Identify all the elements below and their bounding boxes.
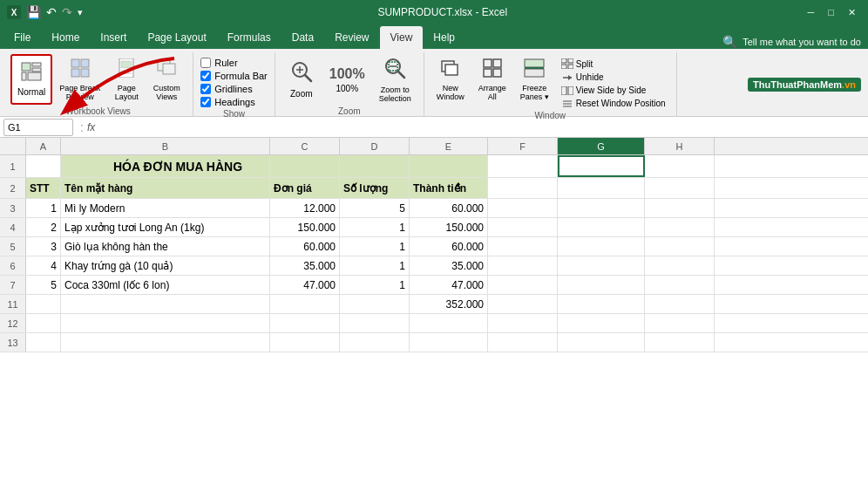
unhide-button[interactable]: Unhide <box>558 72 669 83</box>
cell-a6[interactable]: 4 <box>26 256 61 275</box>
cell-a13[interactable] <box>26 333 61 352</box>
cell-h6[interactable] <box>645 256 715 275</box>
cell-e4[interactable]: 150.000 <box>410 218 488 236</box>
cell-d11[interactable] <box>340 295 410 313</box>
tab-view[interactable]: View <box>380 26 424 49</box>
cell-b5[interactable]: Giò lụa không hàn the <box>61 237 270 256</box>
cell-b4[interactable]: Lạp xưởng tươi Long An (1kg) <box>61 218 270 236</box>
cell-e12[interactable] <box>410 314 488 332</box>
cell-c5[interactable]: 60.000 <box>270 237 340 256</box>
cell-f3[interactable] <box>488 199 558 217</box>
search-label[interactable]: Tell me what you want to do <box>743 37 861 47</box>
cell-c3[interactable]: 12.000 <box>270 199 340 217</box>
formula-input[interactable] <box>98 122 865 133</box>
headings-checkbox[interactable] <box>200 97 211 107</box>
cell-f13[interactable] <box>488 333 558 352</box>
cell-c2[interactable]: Đơn giá <box>270 178 340 198</box>
cell-f4[interactable] <box>488 218 558 236</box>
cell-e7[interactable]: 47.000 <box>410 276 488 294</box>
cell-h7[interactable] <box>645 276 715 294</box>
cell-b7[interactable]: Coca 330ml (lốc 6 lon) <box>61 276 270 294</box>
tab-insert[interactable]: Insert <box>90 26 137 49</box>
cell-b6[interactable]: Khay trứng gà (10 quả) <box>61 256 270 275</box>
arrange-all-button[interactable]: ArrangeAll <box>473 54 512 105</box>
cell-g12[interactable] <box>558 314 645 332</box>
cell-a5[interactable]: 3 <box>26 237 61 256</box>
freeze-panes-button[interactable]: FreezePanes ▾ <box>515 54 554 105</box>
view-side-by-side-button[interactable]: View Side by Side <box>558 85 669 96</box>
cell-g11[interactable] <box>558 295 645 313</box>
cell-e1[interactable] <box>410 155 488 177</box>
col-header-e[interactable]: E <box>410 138 488 154</box>
cell-g5[interactable] <box>558 237 645 256</box>
close-button[interactable]: ✕ <box>843 7 861 18</box>
tab-page-layout[interactable]: Page Layout <box>137 26 216 49</box>
formula-bar-check[interactable]: Formula Bar <box>200 71 268 81</box>
cell-e13[interactable] <box>410 333 488 352</box>
cell-g7[interactable] <box>558 276 645 294</box>
cell-g13[interactable] <box>558 333 645 352</box>
zoom-button[interactable]: Zoom <box>282 54 321 105</box>
tab-data[interactable]: Data <box>281 26 324 49</box>
cell-f5[interactable] <box>488 237 558 256</box>
cell-g4[interactable] <box>558 218 645 236</box>
cell-b3[interactable]: Mì ly Modern <box>61 199 270 217</box>
cell-b13[interactable] <box>61 333 270 352</box>
name-box[interactable] <box>3 119 73 136</box>
cell-d6[interactable]: 1 <box>340 256 410 275</box>
tab-review[interactable]: Review <box>324 26 379 49</box>
col-header-a[interactable]: A <box>26 138 61 154</box>
cell-c1[interactable] <box>270 155 340 177</box>
cell-c7[interactable]: 47.000 <box>270 276 340 294</box>
cell-b11[interactable] <box>61 295 270 313</box>
cell-d7[interactable]: 1 <box>340 276 410 294</box>
cell-g3[interactable] <box>558 199 645 217</box>
cell-h3[interactable] <box>645 199 715 217</box>
cell-d5[interactable]: 1 <box>340 237 410 256</box>
formula-bar-checkbox[interactable] <box>200 71 211 81</box>
tab-home[interactable]: Home <box>41 26 90 49</box>
minimize-button[interactable]: ─ <box>803 7 820 17</box>
cell-d2[interactable]: Số lượng <box>340 178 410 198</box>
cell-e5[interactable]: 60.000 <box>410 237 488 256</box>
col-header-c[interactable]: C <box>270 138 340 154</box>
save-icon[interactable]: 💾 <box>26 5 41 19</box>
cell-a2[interactable]: STT <box>26 178 61 198</box>
tab-formulas[interactable]: Formulas <box>217 26 281 49</box>
cell-c4[interactable]: 150.000 <box>270 218 340 236</box>
cell-h1[interactable] <box>645 155 715 177</box>
col-header-g[interactable]: G <box>558 138 645 154</box>
cell-h11[interactable] <box>645 295 715 313</box>
reset-window-position-button[interactable]: Reset Window Position <box>558 98 669 109</box>
cell-f7[interactable] <box>488 276 558 294</box>
tab-file[interactable]: File <box>3 26 41 49</box>
headings-check[interactable]: Headings <box>200 97 268 107</box>
cell-f12[interactable] <box>488 314 558 332</box>
cell-a7[interactable]: 5 <box>26 276 61 294</box>
cell-c13[interactable] <box>270 333 340 352</box>
ruler-checkbox[interactable] <box>200 58 211 68</box>
maximize-button[interactable]: □ <box>823 7 839 17</box>
col-header-h[interactable]: H <box>645 138 715 154</box>
cell-h2[interactable] <box>645 178 715 198</box>
cell-c6[interactable]: 35.000 <box>270 256 340 275</box>
split-button[interactable]: Split <box>558 58 669 70</box>
cell-e2[interactable]: Thành tiền <box>410 178 488 198</box>
custom-views-button[interactable]: CustomViews <box>147 54 186 105</box>
col-header-d[interactable]: D <box>340 138 410 154</box>
redo-icon[interactable]: ↷ <box>62 5 72 19</box>
cell-g6[interactable] <box>558 256 645 275</box>
cell-c12[interactable] <box>270 314 340 332</box>
cell-d4[interactable]: 1 <box>340 218 410 236</box>
gridlines-check[interactable]: Gridlines <box>200 84 268 94</box>
tab-help[interactable]: Help <box>423 26 465 49</box>
cell-a3[interactable]: 1 <box>26 199 61 217</box>
cell-e6[interactable]: 35.000 <box>410 256 488 275</box>
cell-b12[interactable] <box>61 314 270 332</box>
cell-h5[interactable] <box>645 237 715 256</box>
cell-g1[interactable] <box>558 155 645 177</box>
cell-e11[interactable]: 352.000 <box>410 295 488 313</box>
ruler-check[interactable]: Ruler <box>200 58 268 68</box>
cell-c11[interactable] <box>270 295 340 313</box>
cell-b2[interactable]: Tên mặt hàng <box>61 178 270 198</box>
